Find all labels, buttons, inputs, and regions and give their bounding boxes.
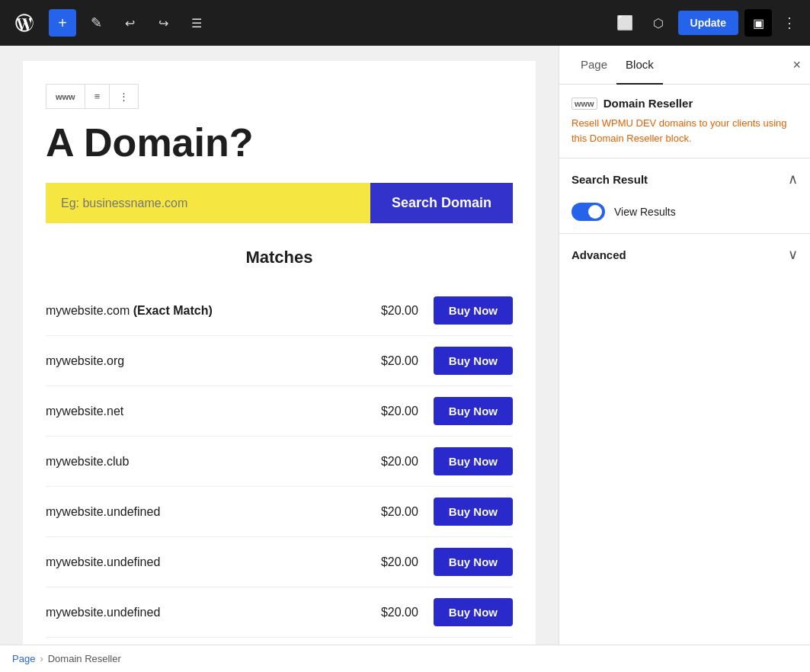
buy-now-button[interactable]: Buy Now	[434, 347, 513, 375]
search-result-header[interactable]: Search Result ∧	[559, 158, 810, 200]
matches-title: Matches	[46, 248, 513, 267]
domain-price: $20.00	[373, 455, 418, 469]
search-domain-input[interactable]	[46, 183, 370, 223]
domain-price: $20.00	[373, 354, 418, 368]
toolbar: + ✎ ↩ ↪ ☰ ⬜ ⬡ Update ▣ ⋮	[0, 0, 810, 46]
domain-price: $20.00	[373, 606, 418, 619]
buy-now-button[interactable]: Buy Now	[434, 397, 513, 425]
toolbar-right: ⬜ ⬡ Update ▣ ⋮	[611, 9, 801, 37]
preview-button[interactable]: ⬜	[611, 9, 639, 37]
domain-price: $20.00	[373, 405, 418, 418]
buy-now-button[interactable]: Buy Now	[434, 548, 513, 576]
view-results-label: View Results	[614, 206, 676, 218]
domain-price: $20.00	[373, 304, 418, 318]
domain-price: $20.00	[373, 555, 418, 569]
buy-now-button[interactable]: Buy Now	[434, 598, 513, 626]
update-button[interactable]: Update	[678, 11, 738, 35]
main-area: www ≡ ⋮ A Domain? Search Domain Matches …	[0, 46, 810, 645]
plugin-www-icon: www	[571, 98, 597, 110]
table-row: mywebsite.net $20.00 Buy Now	[46, 386, 513, 437]
domain-price: $20.00	[373, 505, 418, 519]
sidebar-content: www Domain Reseller Resell WPMU DEV doma…	[559, 85, 810, 645]
table-row: mywebsite.club $20.00 Buy Now	[46, 437, 513, 487]
buy-now-button[interactable]: Buy Now	[434, 447, 513, 475]
search-result-body: View Results	[559, 200, 810, 233]
search-domain-button[interactable]: Search Domain	[370, 183, 513, 223]
table-row: mywebsite.undefined $20.00 Buy Now	[46, 537, 513, 587]
buy-now-button[interactable]: Buy Now	[434, 498, 513, 526]
wp-logo	[9, 8, 40, 38]
domain-name: mywebsite.undefined	[46, 606, 373, 619]
advanced-header[interactable]: Advanced ∨	[559, 234, 810, 275]
breadcrumb-page[interactable]: Page	[12, 653, 35, 664]
editor-area: www ≡ ⋮ A Domain? Search Domain Matches …	[0, 46, 559, 645]
edit-button[interactable]: ✎	[82, 9, 110, 37]
domain-name: mywebsite.undefined	[46, 505, 373, 519]
sidebar: Page Block × www Domain Reseller Resell …	[559, 46, 810, 645]
www-block-btn[interactable]: www	[46, 85, 85, 108]
block-toolbar: www ≡ ⋮	[46, 84, 139, 109]
search-result-title: Search Result	[571, 173, 648, 186]
plugin-header: www Domain Reseller	[571, 97, 798, 110]
more-block-btn[interactable]: ⋮	[110, 85, 138, 108]
list-view-button[interactable]: ☰	[183, 9, 210, 37]
buy-now-button[interactable]: Buy Now	[434, 296, 513, 325]
domain-name: mywebsite.net	[46, 405, 373, 418]
advanced-section: Advanced ∨	[559, 234, 810, 275]
domain-name: mywebsite.club	[46, 455, 373, 469]
tab-page[interactable]: Page	[571, 46, 616, 85]
redo-button[interactable]: ↪	[149, 9, 177, 37]
domain-heading: A Domain?	[46, 121, 513, 165]
table-row: mywebsite.undefined $20.00 Buy Now	[46, 587, 513, 638]
domain-results-list: mywebsite.com (Exact Match) $20.00 Buy N…	[46, 286, 513, 638]
tab-block[interactable]: Block	[616, 46, 663, 85]
search-row: Search Domain	[46, 183, 513, 223]
plugin-title: Domain Reseller	[603, 97, 693, 110]
sidebar-tabs: Page Block ×	[559, 46, 810, 85]
domain-name: mywebsite.undefined	[46, 555, 373, 569]
add-block-button[interactable]: +	[49, 9, 76, 37]
table-row: mywebsite.undefined $20.00 Buy Now	[46, 487, 513, 537]
align-block-btn[interactable]: ≡	[85, 85, 110, 108]
editor-content: www ≡ ⋮ A Domain? Search Domain Matches …	[23, 61, 536, 645]
more-options-button[interactable]: ⋮	[778, 11, 801, 34]
external-link-button[interactable]: ⬡	[645, 9, 672, 37]
domain-name: mywebsite.com (Exact Match)	[46, 304, 373, 318]
plugin-description: Resell WPMU DEV domains to your clients …	[571, 116, 798, 146]
view-results-toggle[interactable]	[571, 203, 605, 221]
collapse-icon: ∧	[788, 171, 798, 187]
domain-name: mywebsite.org	[46, 354, 373, 368]
breadcrumb-current: Domain Reseller	[48, 653, 121, 664]
sidebar-toggle-button[interactable]: ▣	[744, 9, 772, 37]
advanced-title: Advanced	[571, 248, 626, 261]
undo-button[interactable]: ↩	[116, 9, 143, 37]
close-button[interactable]: ×	[792, 57, 801, 73]
table-row: mywebsite.com (Exact Match) $20.00 Buy N…	[46, 286, 513, 336]
breadcrumb-separator: ›	[40, 653, 43, 664]
table-row: mywebsite.org $20.00 Buy Now	[46, 336, 513, 386]
plugin-block: www Domain Reseller Resell WPMU DEV doma…	[559, 85, 810, 158]
search-result-section: Search Result ∧ View Results	[559, 158, 810, 234]
www-text: www	[56, 92, 75, 101]
chevron-down-icon: ∨	[788, 246, 798, 263]
breadcrumb: Page › Domain Reseller	[0, 645, 810, 672]
view-results-toggle-row: View Results	[571, 203, 798, 221]
